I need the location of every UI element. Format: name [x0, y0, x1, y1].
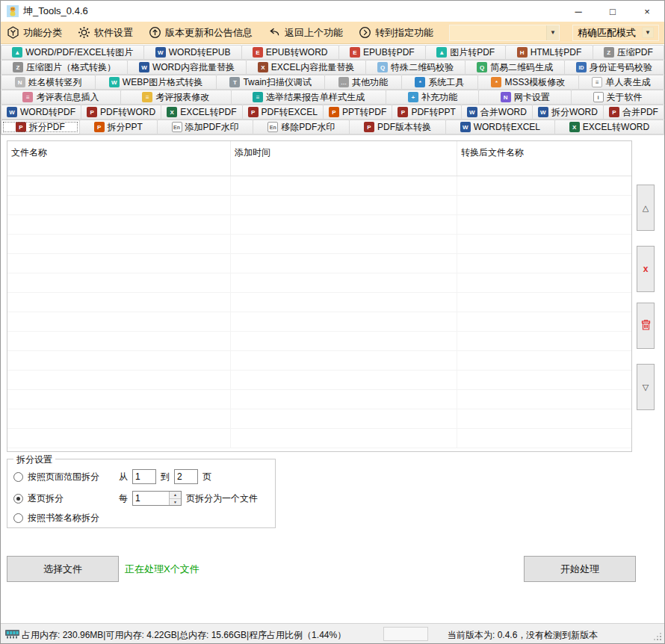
clear-list-button[interactable] [637, 303, 655, 349]
tab-item[interactable]: PPDF版本转换 [349, 120, 446, 134]
tab-item[interactable]: Q简易二维码生成 [465, 60, 565, 75]
tab-item[interactable]: PPPT转PDF [323, 105, 392, 120]
tab-item[interactable]: WWORD转EPUB [143, 45, 241, 60]
tab-item[interactable]: PPDF转PPT [392, 105, 461, 120]
tab-item[interactable]: P拆分PPT [79, 120, 158, 134]
move-down-button[interactable]: ▽ [637, 364, 655, 410]
tab-item[interactable]: TTwain扫描仪调试 [216, 75, 326, 90]
minimize-icon[interactable]: ─ [561, 1, 596, 22]
option-split-every-page[interactable]: 逐页拆分 每 ▲ ▼ 页拆分为一个文件 [13, 491, 258, 506]
table-row[interactable] [7, 215, 631, 235]
table-row[interactable] [7, 409, 631, 429]
toolbar-button[interactable]: 软件设置 [76, 25, 134, 41]
select-files-button[interactable]: 选择文件 [7, 556, 119, 582]
tab-item[interactable]: ≡考评表信息插入 [1, 90, 121, 105]
close-icon[interactable]: × [630, 1, 664, 22]
tab-item[interactable]: ID身份证号码校验 [564, 60, 664, 75]
stepper-down-icon[interactable]: ▼ [170, 499, 181, 506]
tab-item[interactable]: ▲WORD/PDF/EXCEL转图片 [1, 45, 144, 60]
toolbar-button[interactable]: 功能分类 [5, 25, 64, 41]
table-row[interactable] [7, 351, 631, 371]
tab-item[interactable]: ≡选举结果报告单样式生成 [231, 90, 387, 105]
radio-icon[interactable] [13, 494, 23, 504]
per-page-input[interactable] [133, 492, 169, 505]
tab-item[interactable]: Z压缩图片（格式转换） [1, 60, 128, 75]
table-row[interactable] [7, 176, 631, 196]
column-header[interactable]: 文件名称 [7, 141, 231, 176]
tab-item[interactable]: En移除PDF水印 [253, 120, 350, 134]
chevron-down-icon[interactable]: ▼ [642, 27, 654, 38]
tab-item[interactable]: WWEBP图片格式转换 [95, 75, 217, 90]
toolbar-button[interactable]: 版本更新和公告信息 [147, 25, 254, 41]
tab-item[interactable]: PPDF转WORD [81, 105, 161, 120]
start-processing-button[interactable]: 开始处理 [524, 556, 636, 582]
tab-item[interactable]: i关于软件 [571, 90, 664, 105]
tab-item[interactable]: P合并PDF [603, 105, 664, 120]
table-row[interactable] [7, 429, 631, 448]
delete-selected-button[interactable]: x [637, 246, 655, 292]
tab-item[interactable]: ≡单人表生成 [578, 75, 664, 90]
table-cell [457, 351, 631, 370]
per-page-stepper[interactable]: ▲ ▼ [132, 491, 182, 506]
tab-item[interactable]: EEPUB转PDF [338, 45, 426, 60]
tab-item[interactable]: WWORD转PDF [1, 105, 81, 120]
match-mode-dropdown[interactable]: 精确匹配模式 ▼ [572, 25, 659, 41]
tab-item[interactable]: N姓名横转竖列 [1, 75, 96, 90]
tab-item-selected[interactable]: P拆分PDF [1, 120, 80, 134]
table-row[interactable] [7, 390, 631, 409]
table-cell [7, 176, 231, 195]
tab-item[interactable]: Q特殊二维码校验 [365, 60, 466, 75]
table-row[interactable] [7, 293, 631, 312]
tab-item[interactable]: HHTML转PDF [505, 45, 593, 60]
tab-item[interactable]: +补充功能 [386, 90, 479, 105]
tab-item[interactable]: *MSS3模板修改 [477, 75, 579, 90]
review-insert-icon: ≡ [22, 92, 33, 102]
resize-grip[interactable] [660, 639, 661, 640]
tab-item[interactable]: W拆分WORD [532, 105, 604, 120]
function-search-input[interactable] [450, 28, 546, 38]
table-row[interactable] [7, 235, 631, 254]
tab-item[interactable]: *系统工具 [401, 75, 478, 90]
function-search-combobox[interactable]: ▼ [449, 25, 560, 41]
range-from-input[interactable] [132, 469, 156, 484]
radio-icon[interactable] [13, 472, 23, 482]
tab-item[interactable]: ▲图片转PDF [425, 45, 506, 60]
table-row[interactable] [7, 371, 631, 390]
table-cell [231, 312, 457, 331]
table-row[interactable] [7, 196, 631, 215]
tab-item[interactable]: Z压缩PDF [593, 45, 664, 60]
tab-item[interactable]: EEPUB转WORD [241, 45, 339, 60]
move-up-button[interactable]: △ [637, 185, 655, 231]
range-to-input[interactable] [174, 469, 198, 484]
tab-item[interactable]: XEXCEL内容批量替换 [246, 60, 366, 75]
table-row[interactable] [7, 312, 631, 332]
table-cell [231, 215, 457, 234]
tab-item[interactable]: ≡考评报表修改 [120, 90, 232, 105]
tab-item[interactable]: WWORD转EXCEL [445, 120, 555, 134]
tab-item[interactable]: PPDF转EXCEL [242, 105, 324, 120]
radio-icon[interactable] [13, 513, 23, 523]
chevron-down-icon[interactable]: ▼ [546, 25, 559, 40]
tab-item[interactable]: XEXCEL转PDF [161, 105, 242, 120]
scanner-icon: T [229, 77, 240, 87]
column-header[interactable]: 添加时间 [231, 141, 457, 176]
tab-item[interactable]: WWORD内容批量替换 [127, 60, 247, 75]
maximize-icon[interactable]: □ [596, 1, 630, 22]
toolbar-button[interactable]: 转到指定功能 [357, 25, 435, 41]
tab-item[interactable]: N网卡设置 [478, 90, 572, 105]
column-header[interactable]: 转换后文件名称 [457, 141, 631, 176]
toolbar-button[interactable]: 返回上个功能 [267, 25, 344, 41]
table-row[interactable] [7, 332, 631, 351]
table-row[interactable] [7, 273, 631, 293]
tab-item[interactable]: En添加PDF水印 [157, 120, 254, 134]
stepper-up-icon[interactable]: ▲ [170, 492, 181, 499]
option-split-by-bookmark[interactable]: 按照书签名称拆分 [13, 512, 114, 524]
file-table-body[interactable] [7, 176, 631, 451]
tab-row-1: ▲WORD/PDF/EXCEL转图片WWORD转EPUBEEPUB转WORDEE… [1, 45, 664, 60]
tab-item[interactable]: …其他功能 [324, 75, 401, 90]
table-row[interactable] [7, 254, 631, 273]
tab-item[interactable]: XEXCEL转WORD [554, 120, 664, 134]
option-split-by-page-range[interactable]: 按照页面范围拆分 从 到 页 [13, 469, 211, 484]
tab-label: EPUB转PDF [363, 46, 415, 59]
tab-item[interactable]: W合并WORD [461, 105, 533, 120]
